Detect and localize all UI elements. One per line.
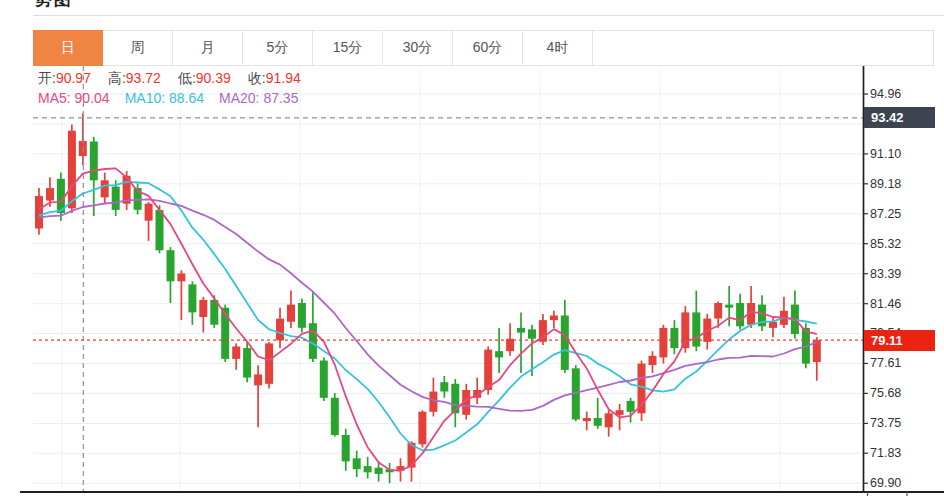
candle-body — [254, 375, 262, 386]
candle-body — [265, 343, 273, 383]
close-value: 91.94 — [266, 70, 301, 86]
ohlc-open: 开:90.97 — [38, 70, 91, 88]
page-title: 势图 — [35, 0, 73, 11]
header-divider — [33, 15, 944, 16]
candle-body — [276, 319, 284, 341]
price-tick-label: 75.68 — [870, 385, 901, 401]
candle-body — [298, 303, 306, 328]
high-label: 高: — [108, 70, 126, 86]
ma5-label: MA5: — [38, 90, 71, 106]
price-tick-label: 94.96 — [870, 86, 901, 102]
price-tick-label: 83.39 — [870, 266, 901, 282]
candle-body — [156, 210, 164, 250]
ma20-readout: MA20: 87.35 — [219, 90, 298, 106]
ma10-value: 88.64 — [169, 90, 204, 106]
candle-body — [46, 188, 54, 200]
price-tick-label: 69.90 — [870, 475, 901, 491]
candle-body — [90, 142, 98, 181]
high-value: 93.72 — [126, 70, 161, 86]
candle-body — [418, 412, 426, 445]
candle-body — [287, 305, 295, 322]
low-value: 90.39 — [196, 70, 231, 86]
price-tick-label: 73.75 — [870, 415, 901, 431]
ma20-label: MA20: — [219, 90, 259, 106]
close-label: 收: — [248, 70, 266, 86]
crosshair-price-label: 93.42 — [864, 107, 935, 128]
candle-body — [188, 284, 196, 312]
candle-body — [342, 435, 350, 461]
current-price-label: 79.11 — [864, 330, 935, 351]
open-value: 90.97 — [56, 70, 91, 86]
candle-body — [331, 398, 339, 435]
candle-body — [35, 196, 43, 229]
candle-body — [594, 418, 602, 426]
candle-body — [232, 347, 240, 359]
price-tick-label: 87.25 — [870, 206, 901, 222]
ma-readout: MA5: 90.04 MA10: 88.64 MA20: 87.35 — [38, 90, 298, 106]
candle-body — [517, 328, 525, 333]
candle-body — [495, 351, 503, 357]
tab-week[interactable]: 周 — [103, 30, 173, 66]
timeframe-tabs: 日 周 月 5分 15分 30分 60分 4时 — [33, 30, 934, 66]
candle-body — [112, 187, 120, 210]
candle-body — [199, 300, 207, 317]
price-tick-label: 81.46 — [870, 296, 901, 312]
candle-body — [101, 180, 109, 197]
open-label: 开: — [38, 70, 56, 86]
candle-body — [484, 350, 492, 390]
candle-body — [561, 316, 569, 370]
candle-body — [243, 348, 251, 378]
candle-body — [68, 131, 76, 209]
candle-body — [627, 401, 635, 412]
tab-month[interactable]: 月 — [173, 30, 243, 66]
ma20-value: 87.35 — [263, 90, 298, 106]
tabbar-filler — [593, 30, 934, 66]
candle-body — [528, 329, 536, 338]
price-tick-label: 85.32 — [870, 236, 901, 252]
ohlc-low: 低:90.39 — [178, 70, 231, 88]
tab-day[interactable]: 日 — [33, 30, 103, 66]
tab-4hour[interactable]: 4时 — [523, 30, 593, 66]
candle-body — [353, 458, 361, 469]
candle-body — [649, 356, 657, 365]
candle-body — [309, 323, 317, 359]
candle-body — [320, 361, 328, 398]
ohlc-readout: 开:90.97 高:93.72 低:90.39 收:91.94 — [38, 70, 301, 88]
candle-body — [583, 418, 591, 421]
tab-30min[interactable]: 30分 — [383, 30, 453, 66]
price-tick-label: 77.61 — [870, 355, 901, 371]
candle-body — [177, 274, 185, 282]
trading-chart-page: 势图 日 周 月 5分 15分 30分 60分 4时 开:90.97 高:93.… — [0, 0, 944, 498]
tab-15min[interactable]: 15分 — [313, 30, 383, 66]
candle-body — [167, 250, 175, 281]
candle-body — [659, 328, 667, 358]
page-title-clip: 势图 — [0, 0, 240, 13]
price-tick-label: 91.10 — [870, 146, 901, 162]
candle-body — [145, 204, 153, 221]
candle-body — [605, 413, 613, 427]
price-tick-label: 71.83 — [870, 445, 901, 461]
tab-5min[interactable]: 5分 — [243, 30, 313, 66]
candle-body — [550, 316, 558, 321]
candle-body — [769, 322, 777, 328]
candle-body — [736, 303, 744, 326]
tab-60min[interactable]: 60分 — [453, 30, 523, 66]
ma5-value: 90.04 — [75, 90, 110, 106]
price-tick-label: 89.18 — [870, 176, 901, 192]
candle-body — [670, 328, 678, 348]
candle-body — [451, 384, 459, 414]
ma5-readout: MA5: 90.04 — [38, 90, 110, 106]
ma10-readout: MA10: 88.64 — [125, 90, 204, 106]
ohlc-close: 收:91.94 — [248, 70, 301, 88]
candle-body — [725, 305, 733, 308]
candle-body — [692, 312, 700, 346]
candle-body — [714, 303, 722, 319]
low-label: 低: — [178, 70, 196, 86]
ohlc-high: 高:93.72 — [108, 70, 161, 88]
candle-body — [375, 468, 383, 474]
candle-body — [440, 382, 448, 391]
candle-body — [429, 392, 437, 412]
candle-body — [364, 466, 372, 472]
ma10-label: MA10: — [125, 90, 165, 106]
